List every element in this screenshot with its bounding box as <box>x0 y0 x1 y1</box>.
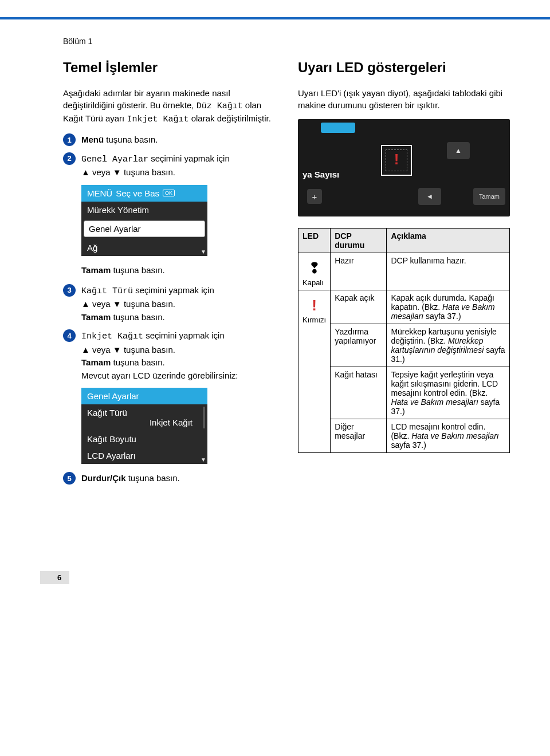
led-table: LED DCP durumu Açıklama ❢ Kapalı Hazır D… <box>298 228 510 453</box>
warning-icon: ! <box>394 151 399 168</box>
header-rule <box>0 17 550 19</box>
step-1: 1 Menü tuşuna basın. <box>63 133 275 147</box>
lcd-item-paper-type: Kağıt Türü Inkjet Kağıt <box>81 404 207 431</box>
plus-button: + <box>307 189 322 204</box>
chapter-label: Bölüm 1 <box>63 37 510 46</box>
th-status: DCP durumu <box>331 229 387 253</box>
lcd-item-paper-size: Kağıt Boyutu <box>81 431 207 447</box>
page-body: Bölüm 1 Temel İşlemler Aşağıdaki adımlar… <box>0 37 550 607</box>
mono-duz-kagit: Düz Kağıt <box>197 101 243 111</box>
right-column: Uyarı LED göstergeleri Uyarı LED'i (ışık… <box>298 60 510 491</box>
mono-inkjet-kagit: Inkjet Kağıt <box>127 115 188 124</box>
step-number-1: 1 <box>63 133 76 146</box>
table-row: ! Kırmızı Kapak açık Kapak açık durumda.… <box>298 290 510 324</box>
lcd-item-selected: Genel Ayarlar <box>84 220 205 237</box>
step-number-3: 3 <box>63 284 76 297</box>
intro-paragraph: Aşağıdaki adımlar bir ayarın makinede na… <box>63 87 275 125</box>
step-number-2: 2 <box>63 152 76 165</box>
photo-accent <box>321 123 355 133</box>
led-highlight-frame: ! <box>381 145 412 176</box>
table-row: ❢ Kapalı Hazır DCP kullanıma hazır. <box>298 253 510 290</box>
chevron-down-icon: ▼ <box>201 249 206 255</box>
ok-badge: OK <box>163 190 175 196</box>
photo-label: ya Sayısı <box>302 170 339 179</box>
chevron-down-icon: ▼ <box>201 456 206 463</box>
scrollbar-icon <box>203 407 205 428</box>
arrow-left-button: ◄ <box>418 188 441 205</box>
table-row: Diğer mesajlar LCD mesajını kontrol edin… <box>298 419 510 453</box>
step-number-5: 5 <box>63 472 76 485</box>
lcd-item-network: Ağ ▼ <box>81 239 207 256</box>
step-number-4: 4 <box>63 329 76 342</box>
step-4: 4 Inkjet Kağıt seçimini yapmak için ▲ ve… <box>63 329 275 382</box>
lcd-item-lcd-settings: LCD Ayarları ▼ <box>81 447 207 464</box>
table-row: Kağıt hatası Tepsiye kağıt yerleştirin v… <box>298 367 510 419</box>
press-tamam-1: Tamam tuşuna basın. <box>81 264 275 276</box>
step-5: 5 Durdur/Çık tuşuna basın. <box>63 472 275 485</box>
page-number: 6 <box>40 571 69 584</box>
tamam-button: Tamam <box>473 188 505 205</box>
lcd-screen-1: MENÜ Seç ve Bas OK Mürekk Yönetim Genel … <box>81 185 207 256</box>
led-red-icon: ! <box>302 297 326 314</box>
left-column: Temel İşlemler Aşağıdaki adımlar bir aya… <box>63 60 275 491</box>
lcd-screen-2: Genel Ayarlar Kağıt Türü Inkjet Kağıt Ka… <box>81 388 207 464</box>
th-led: LED <box>298 229 331 253</box>
led-off-icon: ❢ <box>302 259 326 277</box>
step-3: 3 Kağıt Türü seçimini yapmak için ▲ veya… <box>63 284 275 324</box>
heading-led: Uyarı LED göstergeleri <box>298 60 510 76</box>
device-photo: ! ya Sayısı ▲ ◄ Tamam + <box>298 119 510 216</box>
th-desc: Açıklama <box>387 229 510 253</box>
arrow-up-button: ▲ <box>447 142 470 159</box>
lcd-item-ink: Mürekk Yönetim <box>81 202 207 218</box>
heading-basic-ops: Temel İşlemler <box>63 60 275 76</box>
led-intro: Uyarı LED'i (ışık yayan diyot), aşağıdak… <box>298 87 510 111</box>
table-row: Yazdırma yapılamıyor Mürekkep kartuşunu … <box>298 324 510 367</box>
step-2: 2 Genel Ayarlar seçimini yapmak için ▲ v… <box>63 152 275 179</box>
